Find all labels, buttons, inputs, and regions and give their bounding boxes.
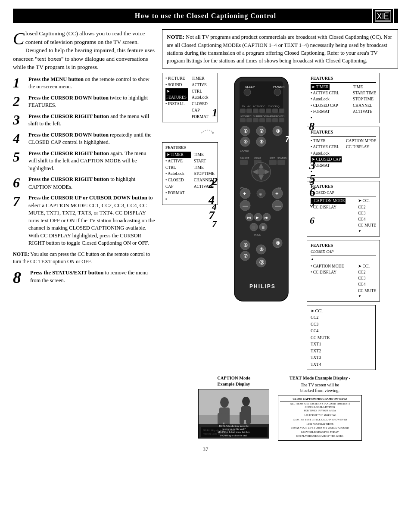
svg-rect-22 [246,109,252,113]
menu-1-left: • PICTURE • SOUND ➤ FEATURES • INSTALL [165,75,188,120]
svg-text:⊕: ⊕ [259,192,262,196]
text-mode-label: TEXT Mode Example Display - [278,375,362,381]
svg-point-14 [274,89,281,96]
panel-5-right: ➤ CC1 CC2 CC3 CC4 CC MUTE TXT1 TXT2 TXT3… [311,308,330,368]
step-7: 7 Press the CURSOR UP or CURSOR DOWN but… [13,194,155,247]
svg-text:CATCH: CATCH [277,115,286,118]
panel-5-rows: ➤ CC1 CC2 CC3 CC4 CC MUTE TXT1 TXT2 TXT3… [311,308,372,368]
intro-text: C losed Captioning (CC) allows you to re… [13,29,155,72]
svg-text:①: ① [243,128,248,134]
step-7-bold: Press the CURSOR UP or CURSOR DOWN butto… [28,195,147,201]
step-8-number: 8 [13,269,27,286]
svg-rect-26 [272,109,278,113]
remote-step-5: 5 [310,198,314,209]
step-num-2-overlay: 247 [209,176,215,223]
svg-text:Q: Q [277,105,280,108]
step-6-number: 6 [13,176,25,190]
remote-step-6: 6 [310,215,314,226]
bottom-note-label: NOTE: [13,251,29,257]
page-header: How to use the Closed Captioning Control [13,9,398,23]
svg-text:⓪: ⓪ [259,260,265,265]
step-6-text: Press the CURSOR RIGHT button to highlig… [28,176,155,191]
remote-svg: SLEEP POWER TV AV ACTIVE CC CLOCK Q [221,73,301,314]
step-num-3-overlay: 356 [309,159,315,199]
svg-text:POWER: POWER [273,85,284,88]
svg-text:REC: REC [246,115,252,118]
panel-1-item-active: • ACTIVE CTRL [311,90,339,96]
svg-text:⏭: ⏭ [265,215,268,220]
svg-rect-27 [279,109,284,113]
cc-menu-panel-1: FEATURES ➤ TIMER • ACTIVE CTRL • AutoLoc… [307,73,380,123]
step-5: 5 Press the CURSOR RIGHT button again. T… [13,150,155,173]
panel-1-item-format: • FORMAT [311,109,339,115]
panel-3-title: FEATURES [311,184,376,190]
page-title: How to use the Closed Captioning Control [135,12,277,19]
step-3-bold: Press the CURSOR RIGHT button [28,113,109,119]
panel-3-rows: • CAPTION MODE • CC DISPLAY ➤ CC1 CC2 CC… [311,198,376,233]
panel-4-sub: CLOSED CAP [311,249,376,255]
step-4-text: Press the CURSOR DOWN button repeatedly … [28,131,155,146]
step-6: 6 Press the CURSOR RIGHT button to highl… [13,176,155,191]
step-1-text: Press the MENU button on the remote cont… [28,76,155,91]
caption-mode-example: CAPTION ModeExample Display [198,375,269,438]
svg-text:MENU: MENU [254,157,261,159]
svg-point-13 [244,89,251,96]
cc-menu-panel-2: FEATURES • TIMER • ACTIVE CTRL • AutoLoc… [307,127,380,177]
panel-1-left: ➤ TIMER • ACTIVE CTRL • AutoLock • CLOSE… [311,84,339,121]
panel-3-left: • CAPTION MODE • CC DISPLAY [311,198,346,233]
panel-1-item-timer: ➤ TIMER [311,84,339,90]
step-8-text: Press the STATUS/EXIT button to remove t… [30,269,155,284]
svg-rect-34 [240,118,246,122]
text-mode-example: TEXT Mode Example Display - The TV scree… [278,375,362,441]
svg-rect-36 [253,118,258,122]
svg-point-104 [220,397,229,408]
svg-text:TV: TV [242,105,245,108]
svg-rect-21 [240,109,246,113]
svg-text:CC: CC [262,105,265,108]
svg-rect-24 [259,109,265,113]
panel-4-left: • CAPTION MODE • CC DISPLAY [311,263,344,299]
text-mode-header: CLOSE CAPTION PROGRAMS ON WXYZ [280,397,360,401]
drop-cap: C [13,30,25,47]
page-number: 37 [13,446,398,453]
note-box: NOTE: Not all TV programs and product co… [162,29,398,68]
svg-rect-25 [266,109,271,113]
step-4: 4 Press the CURSOR DOWN button repeatedl… [13,131,155,146]
panel-4-tri-up: ▲ [311,257,376,262]
svg-rect-37 [259,118,265,122]
step-2: 2 Press the CURSOR DOWN button twice to … [13,94,155,109]
panel-1-item-closedcap: • CLOSED CAP [311,103,339,109]
page: How to use the Closed Captioning Control [0,0,411,532]
svg-text:AV: AV [247,105,251,108]
panel-1-right: TIME START TIME STOP TIME CHANNEL ACTIVA… [353,84,376,121]
svg-text:②: ② [259,128,264,134]
panel-3-right: ➤ CC1 CC2 CC3 CC4 CC MUTE ▼ [358,198,376,233]
svg-rect-61 [277,160,285,165]
step-7-number: 7 [13,194,25,208]
svg-text:⑧: ⑧ [259,247,264,252]
right-menu-panels: FEATURES ➤ TIMER • ACTIVE CTRL • AutoLoc… [307,73,398,370]
step-5-bold: Press the CURSOR RIGHT button [28,150,109,156]
step-2-number: 2 [13,94,25,108]
svg-text:PHILIPS: PHILIPS [249,283,276,289]
svg-text:EXAND: EXAND [240,149,249,152]
panel-1-rows: ➤ TIMER • ACTIVE CTRL • AutoLock • CLOSE… [311,84,376,121]
step-8-bold: Press the STATUS/EXIT button [30,270,103,276]
svg-text:⏮: ⏮ [247,215,251,220]
svg-text:SELECT: SELECT [240,157,249,159]
panel-4-ccdisplay: • CC DISPLAY [311,269,344,275]
svg-text:7: 7 [285,135,290,143]
panel-4-captionmode: • CAPTION MODE [311,263,344,269]
panel-1-item-dot: ▪ [311,115,339,121]
step-1-bold: Press the MENU button [28,76,84,82]
svg-text:TIMER: TIMER [270,115,277,118]
header-logo-inner [375,10,391,22]
menu-panel-1: • PICTURE • SOUND ➤ FEATURES • INSTALL T… [162,73,218,122]
svg-rect-58 [240,160,248,165]
text-mode-image: CLOSE CAPTION PROGRAMS ON WXYZ ALL ITEMS… [278,395,362,441]
svg-text:PRICE: PRICE [254,233,261,236]
panel-4-rows: • CAPTION MODE • CC DISPLAY ➤ CC1 CC2 CC… [311,263,376,299]
remote-step-1: 1 [212,107,218,118]
step-3: 3 Press the CURSOR RIGHT button and the … [13,113,155,128]
caption-text-overlay: JOHN: Why did they move themeeting up to… [199,424,269,438]
